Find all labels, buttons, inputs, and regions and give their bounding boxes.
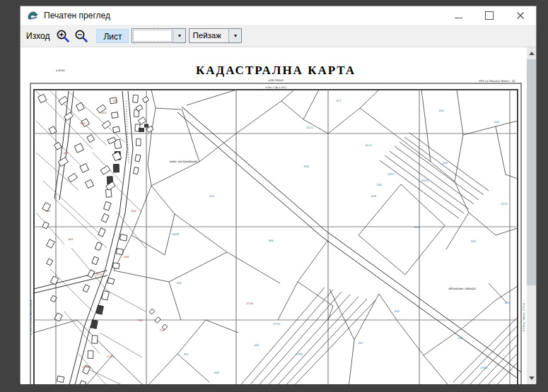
roads	[34, 91, 521, 384]
svg-text:Абланово ливади: Абланово ливади	[448, 287, 476, 290]
svg-text:1512: 1512	[95, 273, 103, 276]
scroll-up-icon	[529, 52, 535, 55]
zoom-out-icon[interactable]	[74, 28, 89, 44]
svg-text:838: 838	[131, 209, 136, 213]
svg-text:2740: 2740	[296, 352, 303, 356]
svg-text:2738: 2738	[246, 302, 253, 305]
svg-text:216: 216	[303, 165, 309, 168]
svg-text:823: 823	[101, 111, 107, 114]
svg-text:204: 204	[438, 109, 444, 112]
sheet-label: Лист	[96, 29, 129, 43]
title-bar[interactable]: Печатен преглед	[21, 6, 536, 25]
svg-text:833: 833	[68, 237, 74, 241]
corner-label-top-right: МРБ на Община Ямбол - ДС	[479, 80, 515, 83]
svg-text:217: 217	[336, 99, 342, 102]
map-page: КАДАСТРАЛНА КАРТА 4.96799943 К-8а-7 (ф-к…	[21, 47, 527, 384]
svg-text:748: 748	[159, 328, 165, 332]
svg-text:227: 227	[358, 341, 363, 345]
svg-text:2257: 2257	[387, 172, 395, 176]
sheet-combobox[interactable]: ▼	[132, 28, 186, 43]
buildings	[38, 94, 168, 384]
edge-label-right: РЗ Кад. Ямбол 574-III	[523, 303, 525, 331]
svg-text:308: 308	[268, 239, 274, 242]
map-subtitle-1: 4.96799943	[268, 79, 284, 82]
orientation-combobox-arrow-icon[interactable]: ▼	[228, 29, 241, 42]
svg-text:830: 830	[124, 255, 129, 259]
svg-text:827: 827	[63, 151, 69, 155]
svg-text:318: 318	[209, 194, 214, 198]
svg-text:238: 238	[376, 183, 382, 186]
svg-text:241: 241	[183, 352, 189, 356]
scroll-down-icon	[529, 376, 535, 380]
app-icon	[27, 9, 40, 22]
svg-text:831: 831	[45, 209, 51, 213]
svg-text:231: 231	[414, 225, 419, 229]
close-button[interactable]	[505, 6, 536, 25]
orientation-combobox-value[interactable]: Пейзаж	[190, 29, 228, 42]
svg-text:225: 225	[254, 343, 260, 347]
svg-text:815: 815	[112, 99, 118, 102]
svg-text:248: 248	[214, 371, 219, 374]
svg-text:230: 230	[442, 161, 448, 165]
svg-text:2111: 2111	[306, 126, 313, 129]
toolbar: Изход Лист ▼ Пейзаж ▼	[21, 25, 536, 47]
svg-text:2251: 2251	[421, 179, 429, 182]
cadastral-map: КАДАСТРАЛНА КАРТА 4.96799943 К-8а-7 (ф-к…	[21, 47, 527, 384]
svg-text:зона застрояване: зона застрояване	[169, 160, 197, 163]
print-preview-window: Печатен преглед Изход	[20, 6, 537, 384]
svg-text:335: 335	[176, 281, 182, 285]
svg-text:820: 820	[80, 121, 86, 125]
exit-button[interactable]: Изход	[26, 31, 49, 41]
svg-text:2745: 2745	[107, 355, 114, 358]
maximize-button[interactable]	[474, 6, 505, 25]
edge-label-left: п.15+15.2 км Ямбол ЕКНМ	[30, 299, 33, 335]
svg-text:2209: 2209	[172, 232, 179, 236]
map-title: КАДАСТРАЛНА КАРТА	[196, 64, 356, 77]
preview-client-area: КАДАСТРАЛНА КАРТА 4.96799943 К-8а-7 (ф-к…	[21, 47, 536, 384]
vertical-scrollbar[interactable]	[527, 47, 536, 384]
minimize-icon	[455, 18, 462, 18]
close-icon	[516, 11, 525, 20]
scroll-up-button[interactable]	[527, 47, 536, 59]
orientation-combobox[interactable]: Пейзаж ▼	[189, 28, 242, 43]
area-labels: зона застрояванеАбланово ливади	[169, 160, 477, 290]
scrollbar-thumb[interactable]	[527, 59, 536, 285]
minimize-button[interactable]	[443, 6, 474, 25]
svg-text:2753: 2753	[480, 366, 487, 369]
svg-text:218: 218	[494, 120, 499, 124]
window-title: Печатен преглед	[44, 11, 110, 20]
svg-text:2733: 2733	[273, 322, 280, 326]
desktop-background: { "window": { "title": "Печатен преглед"…	[0, 0, 548, 392]
svg-text:2746: 2746	[82, 365, 89, 369]
svg-text:228: 228	[394, 309, 400, 313]
sheet-combobox-arrow-icon[interactable]: ▼	[173, 29, 185, 42]
map-subtitle-2: К-8а-7 (ф-к VIII)	[265, 86, 286, 89]
scroll-down-button[interactable]	[527, 372, 536, 384]
sheet-combobox-value[interactable]	[132, 29, 173, 42]
maximize-icon	[485, 11, 494, 20]
svg-text:2213: 2213	[501, 202, 508, 206]
zoom-in-icon[interactable]	[55, 28, 71, 44]
window-controls	[443, 6, 536, 25]
svg-text:744: 744	[137, 319, 143, 322]
svg-text:229: 229	[371, 194, 376, 198]
svg-text:240: 240	[470, 239, 476, 243]
svg-text:245: 245	[457, 336, 463, 340]
svg-text:2114: 2114	[365, 143, 372, 147]
corner-label-top-left: 4.6240	[56, 69, 65, 72]
svg-text:243: 243	[504, 301, 510, 304]
